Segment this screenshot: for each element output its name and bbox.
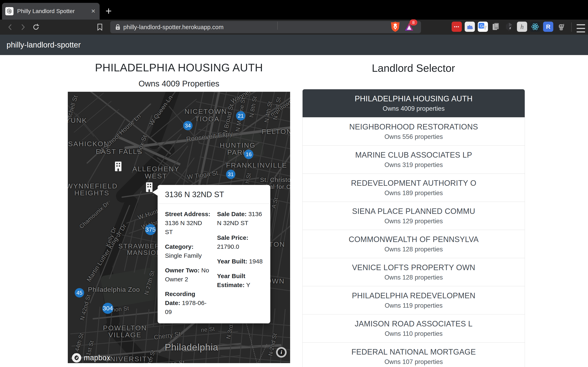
site-favicon-rose-icon [5,7,13,15]
landlord-subtitle: Owns 4009 Properties [68,79,290,88]
landlord-item[interactable]: NEIGHBORHOOD RESTORATIONSOwns 556 proper… [303,117,525,145]
bookmark-icon[interactable] [95,22,105,33]
landlord-count: Owns 119 properties [385,302,443,309]
landlord-count: Owns 556 properties [384,133,443,141]
lastpass-extension-icon[interactable]: ••• [452,22,462,32]
landlord-list: PHILADELPHIA HOUSING AUTHOwns 4009 prope… [302,89,525,367]
map-label: TIOGA [195,115,220,123]
popup-field: Category: Single Family [165,242,211,260]
brave-rewards-icon[interactable]: 8 [404,21,415,32]
map-label: St. Christoph [260,176,290,183]
landlord-name: NEIGHBORHOOD RESTORATIONS [349,123,478,131]
documents-extension-icon[interactable] [491,22,501,32]
landlord-name: MARINE CLUB ASSOCIATES LP [355,151,472,159]
popup-pointer [152,189,158,196]
landlord-item[interactable]: MARINE CLUB ASSOCIATES LPOwns 319 proper… [303,145,525,174]
landlord-item[interactable]: FEDERAL NATIONAL MORTGAGEOwns 107 proper… [303,342,525,367]
map-label: CITY [119,362,138,363]
google-translate-extension-icon[interactable]: G [478,22,488,32]
browser-tab[interactable]: Philly Landlord Spotter ✕ [2,3,100,20]
landlord-item[interactable]: VENICE LOFTS PROPERTY OWNOwns 128 proper… [303,258,525,286]
map-label: HEIGHTS [74,189,109,197]
popup-field: Sale Date: 3136 N 32ND ST [217,210,263,227]
map-label: Philadelphia [165,342,218,353]
tab-close-icon[interactable]: ✕ [91,8,95,15]
popup-field: Street Address: 3136 N 32ND ST [165,210,211,236]
landlord-count: Owns 128 properties [384,274,443,281]
tab-title: Philly Landlord Spotter [17,8,89,15]
landlord-name: FEDERAL NATIONAL MORTGAGE [351,348,476,356]
map-label: ne St [201,325,215,333]
cluster-marker[interactable]: 16 [244,150,253,159]
browser-toolbar: philly-landlord-spotter.herokuapp.com 8 … [0,20,588,35]
landlord-count: Owns 128 properties [384,246,443,253]
landlord-name: PHILADELPHIA REDEVELOPMEN [352,291,475,300]
react-devtools-extension-icon[interactable] [530,22,540,32]
dark-prism-extension-icon[interactable] [504,22,514,32]
landlord-name: PHILADELPHIA HOUSING AUTH [355,94,473,103]
svg-text:G: G [480,24,483,28]
rewards-badge: 8 [410,19,417,25]
map-label: NICETOWN- [185,108,230,115]
toolbar-separator [571,22,572,32]
landlord-item[interactable]: PHILADELPHIA REDEVELOPMENOwns 119 proper… [303,286,525,314]
landlord-count: Owns 129 properties [384,217,443,225]
landlord-name: COMMONWEALTH OF PENNSYLVA [349,235,479,244]
cluster-marker[interactable]: 34 [183,121,192,130]
popup-field: Recording Date: 1978-06-09 [165,290,211,317]
landlord-item[interactable]: JAMISON ROAD ASSOCIATES LOwns 110 proper… [303,314,525,342]
map-label: Chamounix Dr [78,200,111,230]
landlord-count: Owns 319 properties [384,161,443,169]
map-label: VILLAGE [108,331,142,339]
robot-extension-icon[interactable] [556,22,566,32]
cluster-marker[interactable]: 304 [102,303,113,314]
forward-button-icon[interactable] [17,22,28,33]
info-icon: i [278,349,285,356]
url-bar[interactable]: philly-landlord-spotter.herokuapp.com [110,21,421,33]
landlord-item[interactable]: REDEVELOPMENT AUTHORITY OOwns 189 proper… [303,174,525,202]
popup-field: Year Built Estimate: Y [217,272,263,290]
map-label: FRANKLINVILLE [226,161,287,169]
map-label: HUNTING [220,141,256,149]
cluster-marker[interactable]: 375 [145,224,156,235]
reload-button-icon[interactable] [31,22,41,33]
menu-icon[interactable] [577,23,585,34]
site-brand[interactable]: philly-landlord-spotter [7,41,81,49]
selector-title: Landlord Selector [302,62,525,74]
tab-strip: Philly Landlord Spotter ✕ + [0,0,588,20]
brave-shield-icon[interactable] [390,21,401,32]
mapbox-logo-text: mapbox [84,354,111,362]
landlord-item[interactable]: SIENA PLACE PLANNED COMMUOwns 129 proper… [303,202,525,230]
mapbox-logo[interactable]: mapbox [72,353,111,363]
landlord-name: REDEVELOPMENT AUTHORITY O [351,179,476,188]
new-tab-button[interactable]: + [103,6,114,17]
map-label: A St [270,197,279,209]
cluster-marker[interactable]: 45 [75,288,84,298]
puzzle-extension-icon[interactable] [465,22,475,32]
popup-field: Owner Two: No Owner 2 [165,266,211,284]
back-button-icon[interactable] [5,22,16,33]
landlord-item[interactable]: PHILADELPHIA HOUSING AUTHOwns 4009 prope… [303,89,525,117]
popup-field: Sale Price: 21790.0 [217,233,263,251]
url-bar-separator [277,22,278,30]
building-marker-icon[interactable] [114,161,122,172]
landlord-name: VENICE LOFTS PROPERTY OWN [352,263,475,272]
landlord-count: Owns 110 properties [385,330,443,337]
mapbox-logo-icon [72,353,81,363]
landlord-title: PHILADELPHIA HOUSING AUTH [68,61,290,74]
h-extension-icon[interactable]: h [517,22,527,32]
map-popup: 3136 N 32ND ST Street Address: 3136 N 32… [158,185,270,323]
map-label: ALLEGHENY [132,165,180,173]
cluster-marker[interactable]: 31 [226,170,235,179]
map-label: WEST [145,172,167,180]
landlord-count: Owns 189 properties [384,189,443,197]
landlord-item[interactable]: COMMONWEALTH OF PENNSYLVAOwns 128 proper… [303,230,525,258]
cluster-marker[interactable]: 21 [236,111,245,120]
r-extension-icon[interactable]: R [543,22,553,32]
site-navbar: philly-landlord-spotter [0,35,588,55]
lock-icon [115,24,121,30]
map-canvas[interactable]: 3136 N 32ND ST Street Address: 3136 N 32… [68,92,290,363]
attribution-info-button[interactable]: i [276,347,287,358]
popup-title: 3136 N 32ND ST [158,185,270,204]
map-label: Cherry St [154,330,181,341]
